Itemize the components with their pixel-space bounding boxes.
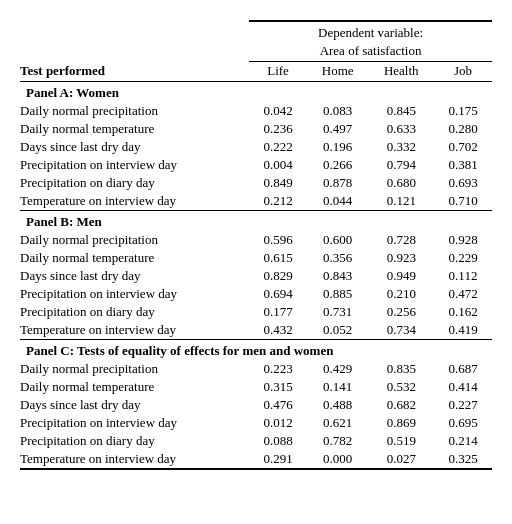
cell-life: 0.177 — [249, 303, 307, 321]
cell-home: 0.000 — [307, 450, 369, 469]
table-row: Temperature on interview day0.2910.0000.… — [20, 450, 492, 469]
cell-test: Precipitation on diary day — [20, 174, 249, 192]
cell-life: 0.222 — [249, 138, 307, 156]
cell-test: Temperature on interview day — [20, 450, 249, 469]
table-row: Temperature on interview day0.2120.0440.… — [20, 192, 492, 211]
table-row: Daily normal precipitation0.2230.4290.83… — [20, 360, 492, 378]
cell-job: 0.928 — [434, 231, 492, 249]
cell-test: Temperature on interview day — [20, 321, 249, 340]
cell-job: 0.381 — [434, 156, 492, 174]
cell-home: 0.621 — [307, 414, 369, 432]
cell-job: 0.175 — [434, 102, 492, 120]
cell-home: 0.196 — [307, 138, 369, 156]
cell-job: 0.693 — [434, 174, 492, 192]
table-row: Precipitation on diary day0.0880.7820.51… — [20, 432, 492, 450]
cell-health: 0.256 — [368, 303, 434, 321]
cell-home: 0.266 — [307, 156, 369, 174]
cell-test: Daily normal precipitation — [20, 231, 249, 249]
cell-job: 0.227 — [434, 396, 492, 414]
table-row: Days since last dry day0.2220.1960.3320.… — [20, 138, 492, 156]
cell-home: 0.141 — [307, 378, 369, 396]
dependent-variable-header: Dependent variable: — [249, 21, 492, 42]
cell-test: Temperature on interview day — [20, 192, 249, 211]
cell-health: 0.728 — [368, 231, 434, 249]
cell-test: Days since last dry day — [20, 138, 249, 156]
cell-life: 0.004 — [249, 156, 307, 174]
cell-health: 0.845 — [368, 102, 434, 120]
cell-test: Days since last dry day — [20, 396, 249, 414]
cell-health: 0.519 — [368, 432, 434, 450]
cell-health: 0.734 — [368, 321, 434, 340]
area-header: Area of satisfaction — [249, 42, 492, 62]
cell-health: 0.682 — [368, 396, 434, 414]
cell-test: Precipitation on interview day — [20, 414, 249, 432]
cell-life: 0.829 — [249, 267, 307, 285]
table-row: Temperature on interview day0.4320.0520.… — [20, 321, 492, 340]
cell-health: 0.210 — [368, 285, 434, 303]
cell-health: 0.633 — [368, 120, 434, 138]
table-row: Daily normal precipitation0.5960.6000.72… — [20, 231, 492, 249]
cell-life: 0.088 — [249, 432, 307, 450]
panel-header-1: Panel B: Men — [20, 211, 492, 232]
table-row: Precipitation on diary day0.8490.8780.68… — [20, 174, 492, 192]
cell-life: 0.615 — [249, 249, 307, 267]
table-row: Precipitation on interview day0.0120.621… — [20, 414, 492, 432]
cell-test: Precipitation on interview day — [20, 285, 249, 303]
cell-job: 0.695 — [434, 414, 492, 432]
cell-job: 0.414 — [434, 378, 492, 396]
cell-job: 0.325 — [434, 450, 492, 469]
table-row: Daily normal temperature0.2360.4970.6330… — [20, 120, 492, 138]
cell-job: 0.162 — [434, 303, 492, 321]
cell-job: 0.229 — [434, 249, 492, 267]
cell-home: 0.885 — [307, 285, 369, 303]
cell-test: Days since last dry day — [20, 267, 249, 285]
cell-home: 0.782 — [307, 432, 369, 450]
cell-home: 0.497 — [307, 120, 369, 138]
table-container: Dependent variable: Area of satisfaction… — [20, 20, 492, 470]
cell-test: Daily normal temperature — [20, 120, 249, 138]
cell-home: 0.878 — [307, 174, 369, 192]
cell-job: 0.419 — [434, 321, 492, 340]
cell-home: 0.731 — [307, 303, 369, 321]
cell-health: 0.532 — [368, 378, 434, 396]
cell-life: 0.223 — [249, 360, 307, 378]
cell-test: Daily normal temperature — [20, 249, 249, 267]
cell-health: 0.923 — [368, 249, 434, 267]
cell-test: Daily normal precipitation — [20, 102, 249, 120]
table-row: Daily normal temperature0.6150.3560.9230… — [20, 249, 492, 267]
cell-health: 0.680 — [368, 174, 434, 192]
cell-test: Daily normal precipitation — [20, 360, 249, 378]
cell-health: 0.949 — [368, 267, 434, 285]
cell-job: 0.472 — [434, 285, 492, 303]
health-col-header: Health — [368, 62, 434, 82]
cell-health: 0.027 — [368, 450, 434, 469]
panel-title-2: Panel C: Tests of equality of effects fo… — [20, 340, 492, 361]
panel-header-0: Panel A: Women — [20, 82, 492, 103]
life-col-header: Life — [249, 62, 307, 82]
cell-home: 0.488 — [307, 396, 369, 414]
table-row: Daily normal precipitation0.0420.0830.84… — [20, 102, 492, 120]
cell-life: 0.042 — [249, 102, 307, 120]
cell-job: 0.702 — [434, 138, 492, 156]
table-row: Precipitation on interview day0.0040.266… — [20, 156, 492, 174]
cell-home: 0.600 — [307, 231, 369, 249]
cell-life: 0.291 — [249, 450, 307, 469]
cell-job: 0.710 — [434, 192, 492, 211]
table-row: Daily normal temperature0.3150.1410.5320… — [20, 378, 492, 396]
cell-health: 0.121 — [368, 192, 434, 211]
test-col-header: Test performed — [20, 62, 249, 82]
cell-job: 0.687 — [434, 360, 492, 378]
table-row: Precipitation on diary day0.1770.7310.25… — [20, 303, 492, 321]
empty-header — [20, 42, 249, 62]
cell-life: 0.596 — [249, 231, 307, 249]
cell-job: 0.280 — [434, 120, 492, 138]
test-performed-header — [20, 21, 249, 42]
cell-job: 0.214 — [434, 432, 492, 450]
table-row: Precipitation on interview day0.6940.885… — [20, 285, 492, 303]
cell-life: 0.315 — [249, 378, 307, 396]
table-row: Days since last dry day0.8290.8430.9490.… — [20, 267, 492, 285]
cell-home: 0.356 — [307, 249, 369, 267]
cell-job: 0.112 — [434, 267, 492, 285]
table-row: Days since last dry day0.4760.4880.6820.… — [20, 396, 492, 414]
cell-test: Precipitation on diary day — [20, 303, 249, 321]
